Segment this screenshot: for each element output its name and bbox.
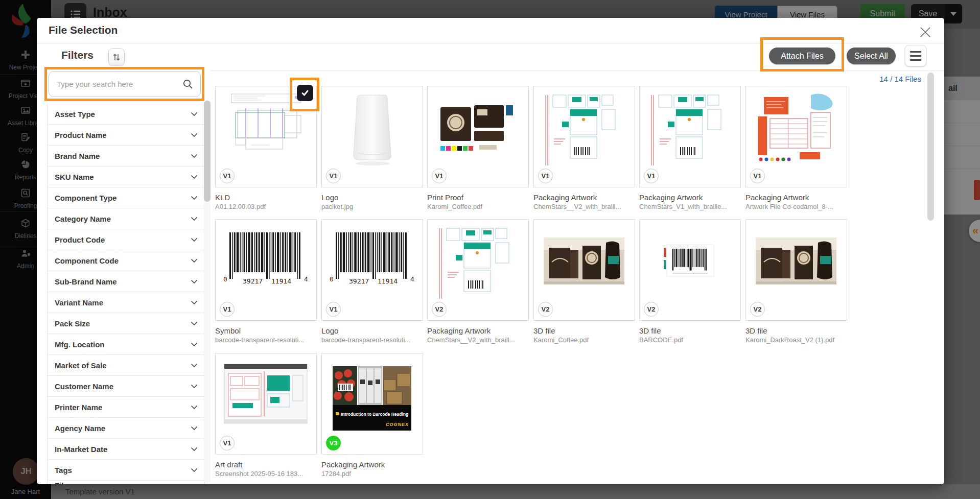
version-badge: V1 (326, 302, 341, 317)
file-thumbnail: 039217119144 (326, 225, 418, 302)
file-name-label: barcode-transparent-resoluti... (321, 336, 429, 344)
file-type-label: Print Proof (427, 193, 534, 202)
version-badge: V2 (538, 302, 553, 317)
version-badge: V1 (220, 436, 235, 450)
svg-text:11914: 11914 (378, 277, 398, 285)
file-type-label: Logo (321, 326, 429, 335)
file-name-label: BARCODE.pdf (639, 336, 746, 344)
file-thumbnail (220, 359, 312, 436)
file-name-label: paclket.jpg (321, 203, 429, 210)
file-thumbnail (751, 225, 842, 302)
file-name-label: barcode-transparent-resoluti... (215, 336, 322, 344)
file-card[interactable]: V2 (427, 219, 529, 321)
file-card[interactable]: V1 (745, 86, 847, 187)
file-thumbnail (539, 91, 630, 169)
file-card[interactable]: V2 (639, 219, 741, 321)
file-thumbnail: Introduction to Barcode ReadingCOGNEX (326, 359, 418, 436)
svg-text:0: 0 (330, 275, 334, 283)
version-badge: V1 (220, 169, 235, 183)
version-badge: V3 (326, 436, 341, 450)
file-name-label: ChemStars__V2_with_braill... (533, 203, 641, 210)
version-badge: V1 (538, 169, 553, 183)
version-badge: V1 (750, 169, 765, 183)
application-window: Inbox View Project View Files Submit Sav… (0, 0, 980, 499)
version-badge: V2 (644, 302, 659, 317)
svg-text:39217: 39217 (243, 277, 263, 285)
file-selection-modal: File Selection Filters Asset TypeProduct… (37, 18, 944, 484)
file-card[interactable]: V2 (745, 219, 847, 321)
file-card[interactable]: 039217119144V1 (321, 219, 423, 321)
file-name-label: Karomi_Coffee.pdf (533, 336, 641, 344)
svg-text:4: 4 (410, 275, 414, 283)
file-name-label: Artwork File Co-codamol_8-... (745, 203, 853, 210)
file-name-label: 17284.pdf (321, 470, 429, 478)
file-thumbnail (432, 91, 524, 169)
version-badge: V1 (326, 169, 341, 183)
file-card[interactable]: V1 (321, 86, 423, 187)
file-thumbnail (220, 91, 312, 169)
file-name-label: Screenshot 2025-05-16 183... (215, 470, 322, 478)
file-thumbnail (432, 225, 524, 302)
file-name-label: Karomi_Coffee.pdf (427, 203, 534, 210)
file-type-label: Packaging Artwork (427, 326, 534, 335)
file-name-label: Karomi_DarkRoast_V2 (1).pdf (745, 336, 853, 344)
version-badge: V1 (432, 169, 447, 183)
grid-scrollbar[interactable] (927, 73, 934, 221)
file-type-label: Art draft (215, 460, 322, 469)
file-card[interactable]: V1 (533, 86, 635, 187)
version-badge: V1 (644, 169, 659, 183)
file-type-label: Logo (321, 193, 429, 202)
file-name-label: ChemStars__V2_with_braill... (427, 336, 534, 344)
file-grid: V1KLDA01.12.00.03.pdfV1Logopaclket.jpgV1… (37, 18, 944, 484)
version-badge: V2 (750, 302, 765, 317)
file-thumbnail (644, 91, 736, 169)
check-icon (300, 88, 310, 98)
file-type-label: 3D file (745, 326, 853, 335)
version-badge: V1 (220, 302, 235, 317)
svg-text:4: 4 (304, 275, 308, 283)
file-card[interactable]: Introduction to Barcode ReadingCOGNEXV3 (321, 353, 423, 455)
file-name-label: A01.12.00.03.pdf (215, 203, 322, 210)
file-card[interactable]: V2 (533, 219, 635, 321)
svg-text:COGNEX: COGNEX (386, 422, 409, 427)
svg-text:Introduction to Barcode Readin: Introduction to Barcode Reading (341, 412, 408, 417)
file-type-label: Symbol (215, 326, 322, 335)
file-card[interactable]: V1 (427, 86, 529, 187)
file-card[interactable]: 039217119144V1 (215, 219, 317, 321)
file-thumbnail (644, 225, 736, 302)
file-type-label: Packaging Artwork (321, 460, 429, 469)
version-badge: V2 (432, 302, 447, 317)
file-thumbnail (326, 91, 418, 169)
file-thumbnail (539, 225, 630, 302)
svg-text:39217: 39217 (349, 277, 369, 285)
file-type-label: 3D file (533, 326, 641, 335)
file-thumbnail (751, 91, 842, 169)
file-type-label: Packaging Artwork (745, 193, 853, 202)
file-card[interactable]: V1 (639, 86, 741, 187)
file-type-label: 3D file (639, 326, 746, 335)
svg-text:0: 0 (223, 275, 227, 283)
svg-text:11914: 11914 (271, 277, 291, 285)
file-thumbnail: 039217119144 (220, 225, 312, 302)
file-type-label: KLD (215, 193, 322, 202)
file-selected-checkbox[interactable] (297, 85, 313, 101)
file-name-label: ChemStars_V1_with_braille... (639, 203, 746, 210)
file-type-label: Packaging Artwork (639, 193, 746, 202)
file-card[interactable]: V1 (215, 353, 317, 455)
file-type-label: Packaging Artwork (533, 193, 641, 202)
